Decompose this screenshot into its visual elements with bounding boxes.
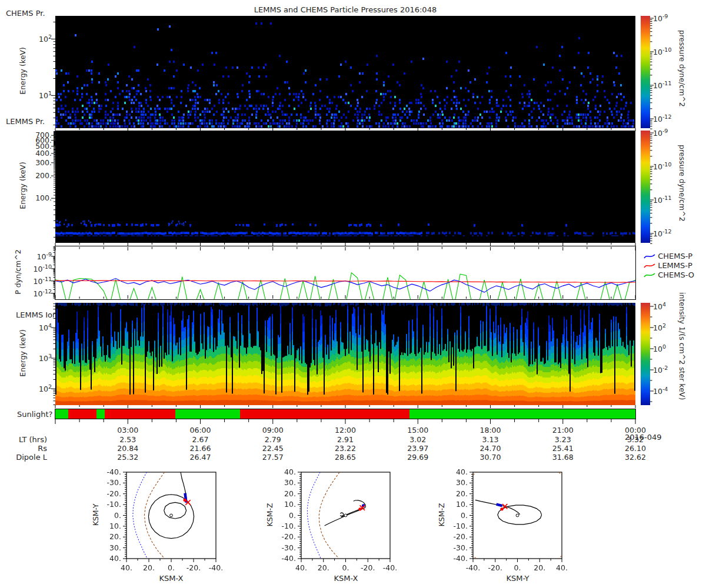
svg-text:20.: 20. <box>284 489 296 498</box>
chems-colorbar-tick-label: 10-9 <box>653 13 680 23</box>
sunlight-segment-sun <box>175 409 240 419</box>
svg-text:-40.: -40. <box>282 554 296 563</box>
ions-ytick-label: 103 <box>25 353 52 363</box>
pressure-ytick-label: 10-12 <box>25 288 52 298</box>
svg-text:40.: 40. <box>121 563 132 572</box>
lemms-ion-spectrogram <box>55 303 635 405</box>
svg-text:20.: 20. <box>109 532 121 541</box>
series-lemms-p <box>55 280 635 282</box>
svg-text:0.: 0. <box>514 563 521 572</box>
sunlight-segment-shadow <box>105 409 175 419</box>
dipole-l-value: 32.62 <box>617 453 654 462</box>
lt-value: 2.79 <box>254 435 292 444</box>
svg-text:20.: 20. <box>143 563 155 572</box>
svg-text:-20.: -20. <box>107 489 121 498</box>
pressure-ytick-label: 10-11 <box>25 276 52 286</box>
svg-text:-20.: -20. <box>282 532 296 541</box>
svg-text:-20.: -20. <box>361 563 375 572</box>
orbit-ksmx-ksmy-orbit-inner-loop <box>164 502 187 519</box>
lt-value: 3.23 <box>544 435 582 444</box>
lemms-ytick-label: 100. <box>25 193 52 202</box>
lemms-colorbar <box>641 131 650 243</box>
svg-text:-20.: -20. <box>488 563 502 572</box>
lt-value: 2.91 <box>327 435 364 444</box>
dipole-l-value: 28.65 <box>327 453 364 462</box>
rs-value: 24.70 <box>472 444 509 453</box>
svg-text:10.: 10. <box>109 522 121 530</box>
pressure-ytick-label: 10-10 <box>25 263 52 273</box>
svg-text:-40.: -40. <box>209 563 223 572</box>
sunlight-segment-shadow <box>240 409 409 419</box>
svg-text:40.: 40. <box>284 467 296 476</box>
svg-text:-10.: -10. <box>454 522 468 530</box>
chems-pressure-spectrogram <box>55 16 635 128</box>
time-tick-label: 09:00 <box>254 426 292 435</box>
svg-text:0.: 0. <box>168 563 175 572</box>
svg-text:0.: 0. <box>461 511 468 520</box>
saturn-symbol <box>170 514 173 517</box>
svg-text:0.: 0. <box>342 563 349 572</box>
orbit-ksmy-ksmz-orbit-ellipse <box>498 505 542 524</box>
legend-entry-lemms-p: LEMMS-P <box>644 260 692 270</box>
lt-value: 3.13 <box>472 435 509 444</box>
plot-page: { "title": "LEMMS and CHEMS Particle Pre… <box>0 0 706 588</box>
svg-text:0.: 0. <box>289 511 296 520</box>
lt-row-label: LT (hrs) <box>0 435 47 444</box>
svg-text:20.: 20. <box>534 563 545 572</box>
chems-p-line-icon <box>644 253 655 260</box>
rs-value: 22.45 <box>254 444 292 453</box>
legend-label: CHEMS-P <box>658 252 692 260</box>
legend-label: LEMMS-P <box>658 261 692 270</box>
time-tick-label: 12:00 <box>327 426 364 435</box>
spacecraft-track-highlight <box>497 505 502 506</box>
time-tick-label: 00:00 <box>617 426 654 435</box>
svg-text:40.: 40. <box>556 563 568 572</box>
svg-text:-10.: -10. <box>107 500 121 509</box>
chems-colorbar-title: pressure dyne/cm^2 <box>678 30 687 107</box>
chems-colorbar <box>641 16 650 128</box>
orbit-ksmy-ksmz-magnetopause-corner-br <box>559 556 562 559</box>
orbit-ksmx-ksmz: 40.30.20.10.0.-10.-20.-30.-40.40.20.0.-2… <box>269 465 414 580</box>
sunlight-segment-sun <box>409 409 636 419</box>
svg-text:40.: 40. <box>456 467 468 476</box>
sunlight-bar <box>55 409 636 419</box>
time-tick-label: 03:00 <box>109 426 146 435</box>
svg-text:-30.: -30. <box>454 543 468 552</box>
position-dot-marker <box>500 507 503 510</box>
svg-text:-40.: -40. <box>454 554 468 563</box>
chems-o-line-icon <box>644 272 655 279</box>
chems-colorbar-tick-label: 10-12 <box>653 113 680 123</box>
time-tick-label: 21:00 <box>544 426 582 435</box>
legend-entry-chems-o: CHEMS-O <box>644 270 694 279</box>
svg-text:-20.: -20. <box>187 563 201 572</box>
orbit-ksmy-ksmz-trajectory-line <box>475 500 520 514</box>
rs-value: 23.22 <box>327 444 364 453</box>
lt-value: 3.02 <box>399 435 437 444</box>
rs-value: 26.10 <box>617 444 654 453</box>
time-tick-label: 15:00 <box>399 426 437 435</box>
svg-text:-30.: -30. <box>107 478 121 487</box>
rs-value: 21.66 <box>182 444 219 453</box>
chems-colorbar-tick-label: 10-10 <box>653 46 680 56</box>
lemms-ytick-label: 400. <box>25 149 52 158</box>
rs-value: 23.97 <box>399 444 437 453</box>
lt-value: 2.67 <box>182 435 219 444</box>
svg-text:-40.: -40. <box>107 467 121 476</box>
svg-text:-40.: -40. <box>466 563 480 572</box>
sunlight-label: Sunlight? <box>17 410 52 419</box>
orbit-ksmy-ksmz-magnetopause-corner-bl <box>473 556 476 559</box>
lemms-colorbar-tick-label: 10-10 <box>653 161 680 171</box>
lemms-p-line-icon <box>644 262 655 269</box>
dipole-row-label: Dipole L <box>0 453 47 462</box>
ions-colorbar-tick-label: 10-4 <box>653 386 680 396</box>
orbit-ksmx-ksmy: -40.-30.-20.-10.0.10.20.30.40.40.20.0.-2… <box>94 465 239 580</box>
page-title: LEMMS and CHEMS Particle Pressures 2016:… <box>55 5 635 14</box>
dipole-l-value: 29.69 <box>399 453 437 462</box>
svg-text:-20.: -20. <box>454 532 468 541</box>
svg-text:-10.: -10. <box>282 522 296 530</box>
sunlight-segment-shadow <box>68 409 96 419</box>
lemms-colorbar-tick-label: 10-9 <box>653 128 680 138</box>
lt-value: 3.32 <box>617 435 654 444</box>
pressure-ytick-label: 10-9 <box>25 251 52 261</box>
rs-value: 20.84 <box>109 444 146 453</box>
